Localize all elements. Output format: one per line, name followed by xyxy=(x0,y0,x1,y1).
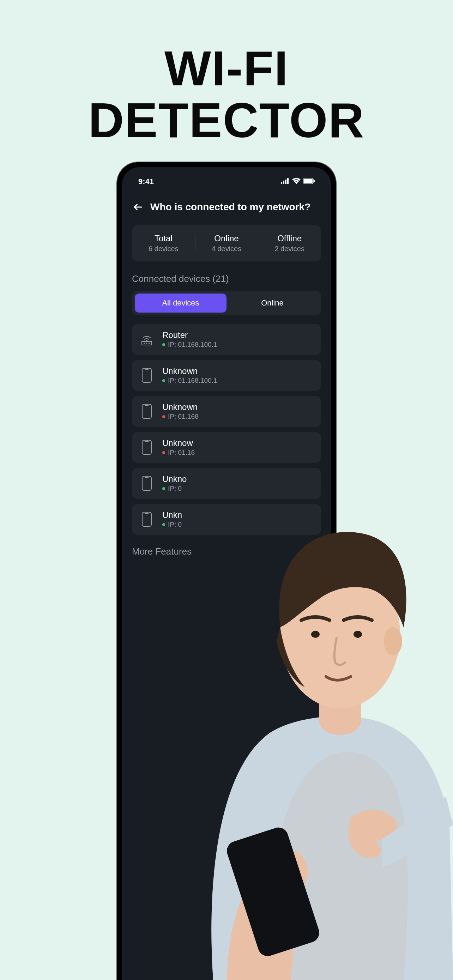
device-ip-row: IP: 01.16 xyxy=(162,449,195,457)
status-dot-icon xyxy=(162,379,165,382)
device-info: UnknowIP: 01.16 xyxy=(162,438,195,457)
status-time: 9:41 xyxy=(138,177,154,186)
svg-rect-13 xyxy=(142,404,151,418)
stat-total[interactable]: Total 6 devices xyxy=(132,234,195,253)
svg-point-10 xyxy=(146,340,148,341)
svg-rect-5 xyxy=(304,179,313,183)
stat-total-sub: 6 devices xyxy=(132,245,195,253)
stat-online[interactable]: Online 4 devices xyxy=(195,234,258,253)
device-ip-row: IP: 01.168 xyxy=(162,413,199,420)
promo-line2: DETECTOR xyxy=(0,94,453,146)
page-title: Who is connected to my network? xyxy=(150,201,310,213)
svg-point-7 xyxy=(144,342,145,344)
device-info: UnknoIP: 0 xyxy=(162,474,187,492)
header: Who is connected to my network? xyxy=(122,192,331,223)
router-icon xyxy=(139,332,154,347)
status-dot-icon xyxy=(162,487,165,490)
device-name: Unkn xyxy=(162,510,182,520)
device-ip: IP: 0 xyxy=(168,521,182,528)
device-info: UnknownIP: 01.168.100.1 xyxy=(162,366,217,385)
svg-rect-17 xyxy=(142,476,151,490)
phone-icon xyxy=(139,439,154,455)
device-ip-row: IP: 01.168.100.1 xyxy=(162,377,217,385)
svg-rect-3 xyxy=(287,178,289,184)
tab-online[interactable]: Online xyxy=(227,294,318,313)
device-ip: IP: 01.168.100.1 xyxy=(168,377,217,385)
cellular-icon xyxy=(281,178,289,185)
device-item[interactable]: RouterIP: 01.168.100.1 xyxy=(132,324,321,355)
svg-rect-1 xyxy=(283,181,285,184)
svg-rect-6 xyxy=(314,180,315,182)
back-button[interactable] xyxy=(132,201,144,213)
status-dot-icon xyxy=(162,523,165,526)
device-item[interactable]: UnknoIP: 0 xyxy=(132,468,321,499)
device-ip-row: IP: 0 xyxy=(162,521,182,528)
phone-screen: 9:41 Who is connected to my network? xyxy=(122,167,331,980)
connected-devices-title: Connected devices (21) xyxy=(122,261,331,291)
stat-online-sub: 4 devices xyxy=(195,245,258,253)
phone-frame: 9:41 Who is connected to my network? xyxy=(117,162,336,980)
svg-point-9 xyxy=(149,342,149,344)
svg-rect-15 xyxy=(142,440,151,454)
device-item[interactable]: UnknowIP: 01.16 xyxy=(132,432,321,463)
wifi-icon xyxy=(292,178,300,186)
status-dot-icon xyxy=(162,343,165,346)
device-ip-row: IP: 0 xyxy=(162,485,187,492)
promo-line1: WI-FI xyxy=(0,42,453,94)
device-ip: IP: 01.168.100.1 xyxy=(168,341,217,348)
stat-offline-title: Offline xyxy=(258,234,321,243)
arrow-left-icon xyxy=(133,202,143,212)
promo-title: WI-FI DETECTOR xyxy=(0,0,453,146)
phone-icon xyxy=(139,476,154,491)
status-bar: 9:41 xyxy=(122,176,331,192)
tab-all-devices[interactable]: All devices xyxy=(135,294,227,313)
svg-rect-18 xyxy=(145,477,149,478)
device-tabs: All devices Online xyxy=(132,291,321,315)
device-ip: IP: 0 xyxy=(168,485,182,492)
device-name: Unknow xyxy=(162,438,195,448)
device-item[interactable]: UnknownIP: 01.168.100.1 xyxy=(132,360,321,391)
stats-card: Total 6 devices Online 4 devices Offline… xyxy=(132,225,321,261)
svg-rect-20 xyxy=(145,513,149,514)
device-info: UnknownIP: 01.168 xyxy=(162,402,199,420)
svg-point-22 xyxy=(384,627,402,655)
status-dot-icon xyxy=(162,451,165,454)
device-info: RouterIP: 01.168.100.1 xyxy=(162,330,217,348)
device-ip: IP: 01.16 xyxy=(168,449,195,457)
device-name: Router xyxy=(162,330,217,340)
svg-rect-2 xyxy=(285,180,286,184)
device-ip-row: IP: 01.168.100.1 xyxy=(162,341,217,348)
svg-rect-16 xyxy=(145,441,149,442)
phone-icon xyxy=(139,512,154,527)
status-icons xyxy=(281,178,315,186)
stat-online-title: Online xyxy=(195,234,258,243)
more-features-title: More Features xyxy=(122,535,331,557)
stat-offline-sub: 2 devices xyxy=(258,245,321,253)
svg-point-8 xyxy=(146,342,147,344)
phone-icon xyxy=(139,368,154,383)
device-info: UnknIP: 0 xyxy=(162,510,182,528)
svg-rect-14 xyxy=(145,405,149,406)
svg-rect-0 xyxy=(281,182,282,184)
device-ip: IP: 01.168 xyxy=(168,413,199,420)
svg-rect-11 xyxy=(142,368,151,382)
status-dot-icon xyxy=(162,415,165,418)
device-list: RouterIP: 01.168.100.1UnknownIP: 01.168.… xyxy=(122,324,331,535)
stat-total-title: Total xyxy=(132,234,195,243)
phone-icon xyxy=(139,404,154,419)
device-name: Unknown xyxy=(162,402,199,412)
device-item[interactable]: UnknownIP: 01.168 xyxy=(132,396,321,427)
svg-point-24 xyxy=(353,631,362,638)
battery-icon xyxy=(304,178,315,185)
device-item[interactable]: UnknIP: 0 xyxy=(132,504,321,535)
device-name: Unkno xyxy=(162,474,187,484)
stat-offline[interactable]: Offline 2 devices xyxy=(258,234,321,253)
svg-rect-12 xyxy=(145,369,149,370)
device-name: Unknown xyxy=(162,366,217,376)
svg-rect-19 xyxy=(142,512,151,527)
